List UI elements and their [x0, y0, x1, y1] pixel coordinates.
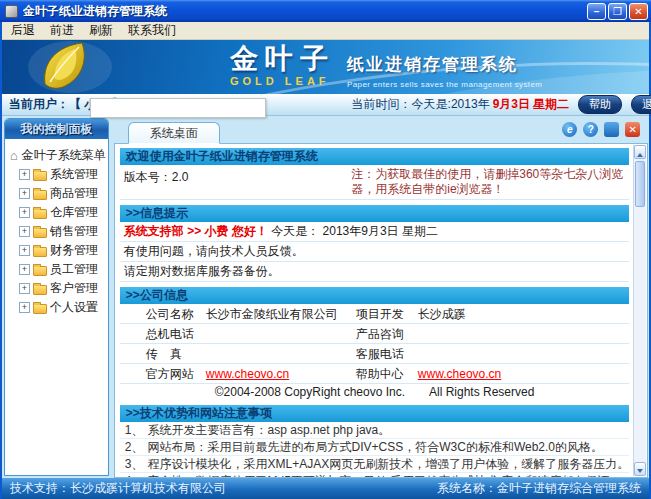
- tech-section: >>技术优势和网站注意事项 1、 系统开发主要语言有：asp asp.net p…: [120, 405, 629, 478]
- tech-item-text: 网站布局：采用目前最先进的布局方式DIV+CSS，符合W3C的标准和Web2.0…: [148, 439, 604, 455]
- current-weekday: 星期二: [533, 96, 569, 113]
- help-center-link[interactable]: www.cheovo.cn: [418, 364, 629, 383]
- sidebar-item-warehouse[interactable]: + 仓库管理: [10, 203, 106, 222]
- close-tab-icon[interactable]: ✕: [625, 122, 640, 137]
- sidebar-item-employee[interactable]: + 员工管理: [10, 260, 106, 279]
- expand-icon[interactable]: +: [19, 283, 30, 294]
- company-row: 传 真 客服电话: [120, 344, 629, 364]
- tech-item: 3、 程序设计模块化，采用XML+AJAX网页无刷新技术，增强了用户体验，缓解了…: [120, 456, 629, 473]
- greeting-date: 今天是： 2013年9月3日 星期二: [271, 224, 438, 238]
- tree-item-label: 销售管理: [50, 223, 98, 240]
- current-date: 9月3日: [493, 96, 530, 113]
- tech-item: 2、 网站布局：采用目前最先进的布局方式DIV+CSS，符合W3C的标准和Web…: [120, 439, 629, 456]
- banner: 金叶子 GOLD LEAF 纸业进销存管理系统 Paper enters sel…: [2, 40, 649, 94]
- sidebar-item-sales[interactable]: + 销售管理: [10, 222, 106, 241]
- gold-leaf-logo-icon: [26, 40, 114, 94]
- window-icon[interactable]: [604, 122, 619, 137]
- company-row: 官方网站 www.cheovo.cn 帮助中心 www.cheovo.cn: [120, 364, 629, 384]
- menu-item-refresh[interactable]: 刷新: [89, 22, 113, 39]
- company-label: 官方网站: [120, 364, 206, 383]
- scroll-thumb[interactable]: [635, 161, 645, 207]
- minimize-button[interactable]: –: [587, 3, 606, 20]
- menu-item-back[interactable]: 后退: [11, 22, 35, 39]
- sidebar-item-finance[interactable]: + 财务管理: [10, 241, 106, 260]
- tree-item-label: 客户管理: [50, 280, 98, 297]
- desktop-panel: 欢迎使用金叶子纸业进销存管理系统 版本号：2.0 注：为获取最佳的使用，请删掉3…: [114, 143, 648, 478]
- tech-item: 1、 系统开发主要语言有：asp asp.net php java。: [120, 422, 629, 439]
- sidebar-item-customer[interactable]: + 客户管理: [10, 279, 106, 298]
- company-value: [418, 344, 629, 363]
- company-header: >>公司信息: [120, 287, 629, 304]
- info-section: >>信息提示 系统支持部 >> 小费 您好！ 今天是： 2013年9月3日 星期…: [120, 205, 629, 282]
- sidebar-item-goods[interactable]: + 商品管理: [10, 184, 106, 203]
- expand-icon[interactable]: +: [19, 207, 30, 218]
- current-time-label: 当前时间：今天是:2013年: [352, 96, 490, 113]
- tech-item-number: 1、: [125, 422, 144, 438]
- menu-item-contact[interactable]: 联系我们: [128, 22, 176, 39]
- company-row: 总机电话 产品咨询: [120, 324, 629, 344]
- scroll-up-button[interactable]: [634, 145, 646, 159]
- menu-bar: 后退 前进 刷新 联系我们: [2, 22, 649, 40]
- info-line: 请定期对数据库服务器备份。: [120, 262, 629, 282]
- folder-icon: [33, 247, 47, 257]
- expand-icon[interactable]: +: [19, 264, 30, 275]
- folder-icon: [33, 209, 47, 219]
- browser-icon[interactable]: e: [562, 122, 577, 137]
- app-icon: [5, 5, 18, 18]
- expand-icon[interactable]: +: [19, 245, 30, 256]
- welcome-header: 欢迎使用金叶子纸业进销存管理系统: [120, 148, 629, 165]
- company-label: 帮助中心: [356, 364, 418, 383]
- tech-item-text: 安全性：数据库使用了Md5不可逆加密；另外,采用了静态生成技术,安全和速度都有保…: [148, 473, 622, 478]
- company-label: 传 真: [120, 344, 206, 363]
- tree-item-label: 员工管理: [50, 261, 98, 278]
- expand-icon[interactable]: +: [19, 188, 30, 199]
- system-subtitle-en: Paper enters sells saves the management …: [347, 80, 542, 89]
- company-value: [206, 344, 356, 363]
- expand-icon[interactable]: +: [19, 169, 30, 180]
- folder-icon: [33, 266, 47, 276]
- folder-icon: [33, 171, 47, 181]
- close-button[interactable]: ✕: [629, 3, 648, 20]
- tooltip-box: [90, 98, 266, 118]
- scroll-down-button[interactable]: [634, 462, 646, 476]
- company-label: 客服电话: [356, 344, 418, 363]
- system-subtitle: 纸业进销存管理系统: [347, 53, 542, 76]
- company-label: 总机电话: [120, 324, 206, 343]
- root-node-icon: ⌂: [10, 149, 18, 162]
- welcome-section: 欢迎使用金叶子纸业进销存管理系统 版本号：2.0 注：为获取最佳的使用，请删掉3…: [120, 148, 629, 200]
- tech-item-text: 系统开发主要语言有：asp asp.net php java。: [148, 422, 391, 438]
- tree-item-label: 财务管理: [50, 242, 98, 259]
- tech-item-number: 2、: [125, 439, 144, 455]
- exit-button[interactable]: 退出: [631, 95, 651, 114]
- main-area: 我的控制面板 ⌂ 金叶子系统菜单 + 系统管理 +: [2, 116, 649, 478]
- official-site-link[interactable]: www.cheovo.cn: [206, 364, 356, 383]
- tree-item-label: 商品管理: [50, 185, 98, 202]
- maximize-button[interactable]: ❐: [608, 3, 627, 20]
- help-button[interactable]: 帮助: [578, 95, 622, 114]
- tab-system-desktop[interactable]: 系统桌面: [128, 122, 220, 144]
- folder-icon: [33, 228, 47, 238]
- tree-root[interactable]: ⌂ 金叶子系统菜单: [10, 146, 106, 165]
- sidebar: 我的控制面板 ⌂ 金叶子系统菜单 + 系统管理 +: [4, 118, 109, 478]
- tree-root-label: 金叶子系统菜单: [22, 147, 106, 164]
- company-label: 产品咨询: [356, 324, 418, 343]
- company-label: 公司名称: [120, 304, 206, 323]
- expand-icon[interactable]: +: [19, 302, 30, 313]
- help-icon[interactable]: ?: [583, 122, 598, 137]
- user-bar: 当前用户：【 小费 】 当前时间：今天是:2013年9月3日 星期二 帮助 退出: [2, 94, 649, 116]
- tech-header: >>技术优势和网站注意事项: [120, 405, 629, 422]
- sidebar-item-system[interactable]: + 系统管理: [10, 165, 106, 184]
- company-label: 项目开发: [356, 304, 418, 323]
- menu-item-forward[interactable]: 前进: [50, 22, 74, 39]
- browser-note: 注：为获取最佳的使用，请删掉360等杂七杂八浏览器，用系统自带的ie浏览器！: [351, 167, 625, 197]
- menu-tree: ⌂ 金叶子系统菜单 + 系统管理 + 商品管理: [5, 139, 108, 317]
- vertical-scrollbar[interactable]: [633, 145, 646, 476]
- copyright: ©2004-2008 CopyRight cheovo Inc. All Rig…: [120, 384, 629, 400]
- brand-name-en: GOLD LEAF: [230, 75, 335, 87]
- app-window: 金叶子纸业进销存管理系统 – ❐ ✕ 后退 前进 刷新 联系我们: [0, 0, 651, 499]
- content-area: 系统桌面 e ? ✕ 欢迎使用金叶子纸业进销存管理系统 版本号：2.0: [114, 118, 648, 478]
- tech-item-number: 3、: [125, 456, 144, 472]
- expand-icon[interactable]: +: [19, 226, 30, 237]
- tree-item-label: 仓库管理: [50, 204, 98, 221]
- sidebar-item-personal[interactable]: + 个人设置: [10, 298, 106, 317]
